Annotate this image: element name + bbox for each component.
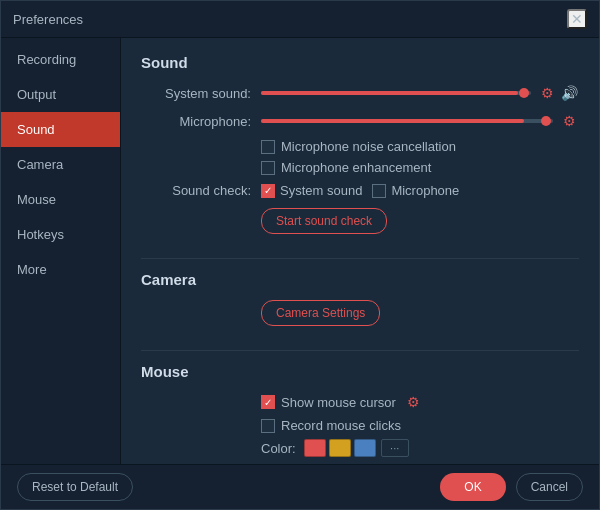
sound-check-row: Sound check: System sound Microphone bbox=[141, 183, 579, 198]
system-sound-track bbox=[261, 91, 531, 95]
record-clicks-row: Record mouse clicks bbox=[261, 418, 579, 433]
system-sound-fill bbox=[261, 91, 518, 95]
show-cursor-row: Show mouse cursor ⚙ bbox=[261, 392, 579, 412]
microphone-row: Microphone: ⚙ bbox=[141, 111, 579, 131]
footer-right: OK Cancel bbox=[440, 473, 583, 501]
microphone-check-label: Microphone bbox=[391, 183, 459, 198]
noise-cancellation-label[interactable]: Microphone noise cancellation bbox=[261, 139, 456, 154]
sidebar: Recording Output Sound Camera Mouse Hotk… bbox=[1, 38, 121, 464]
system-sound-row: System sound: ⚙ 🔊 bbox=[141, 83, 579, 103]
microphone-fill bbox=[261, 119, 524, 123]
enhancement-row: Microphone enhancement bbox=[261, 160, 579, 175]
color-swatch-blue-1[interactable] bbox=[354, 439, 376, 457]
system-sound-check-label: System sound bbox=[280, 183, 362, 198]
show-cursor-checkbox[interactable] bbox=[261, 395, 275, 409]
sidebar-item-hotkeys[interactable]: Hotkeys bbox=[1, 217, 120, 252]
color-row-1: Color: ··· bbox=[261, 439, 579, 457]
system-sound-gear-icon[interactable]: ⚙ bbox=[537, 83, 557, 103]
camera-settings-button[interactable]: Camera Settings bbox=[261, 300, 380, 326]
microphone-track bbox=[261, 119, 553, 123]
system-sound-thumb[interactable] bbox=[519, 88, 529, 98]
cancel-button[interactable]: Cancel bbox=[516, 473, 583, 501]
system-sound-check-checkbox[interactable] bbox=[261, 184, 275, 198]
color-label-1: Color: bbox=[261, 441, 296, 456]
sound-section-title: Sound bbox=[141, 54, 579, 71]
close-button[interactable]: ✕ bbox=[567, 9, 587, 29]
sound-check-options: System sound Microphone bbox=[261, 183, 459, 198]
start-sound-check-button[interactable]: Start sound check bbox=[261, 208, 387, 234]
speaker-icon: 🔊 bbox=[559, 83, 579, 103]
sidebar-item-output[interactable]: Output bbox=[1, 77, 120, 112]
noise-cancellation-row: Microphone noise cancellation bbox=[261, 139, 579, 154]
color-more-1[interactable]: ··· bbox=[381, 439, 409, 457]
noise-cancellation-checkbox[interactable] bbox=[261, 140, 275, 154]
show-cursor-label[interactable]: Show mouse cursor bbox=[261, 395, 396, 410]
main-content: Sound System sound: ⚙ 🔊 Microphone: bbox=[121, 38, 599, 464]
camera-section-title: Camera bbox=[141, 271, 579, 288]
enhancement-label[interactable]: Microphone enhancement bbox=[261, 160, 431, 175]
system-sound-label: System sound: bbox=[141, 86, 251, 101]
enhancement-checkbox[interactable] bbox=[261, 161, 275, 175]
system-sound-check-option[interactable]: System sound bbox=[261, 183, 362, 198]
camera-mouse-divider bbox=[141, 350, 579, 351]
microphone-label: Microphone: bbox=[141, 114, 251, 129]
record-clicks-checkbox[interactable] bbox=[261, 419, 275, 433]
sound-check-label: Sound check: bbox=[141, 183, 251, 198]
ok-button[interactable]: OK bbox=[440, 473, 505, 501]
color-swatch-yellow-1[interactable] bbox=[329, 439, 351, 457]
sidebar-item-camera[interactable]: Camera bbox=[1, 147, 120, 182]
dialog-content: Recording Output Sound Camera Mouse Hotk… bbox=[1, 38, 599, 464]
sidebar-item-sound[interactable]: Sound bbox=[1, 112, 120, 147]
microphone-thumb[interactable] bbox=[541, 116, 551, 126]
dialog-title: Preferences bbox=[13, 12, 83, 27]
microphone-gear-icon[interactable]: ⚙ bbox=[559, 111, 579, 131]
footer: Reset to Default OK Cancel bbox=[1, 464, 599, 509]
sidebar-item-more[interactable]: More bbox=[1, 252, 120, 287]
cursor-gear-icon[interactable]: ⚙ bbox=[404, 392, 424, 412]
sidebar-item-recording[interactable]: Recording bbox=[1, 42, 120, 77]
preferences-dialog: Preferences ✕ Recording Output Sound Cam… bbox=[0, 0, 600, 510]
microphone-slider-container bbox=[261, 119, 553, 123]
sidebar-item-mouse[interactable]: Mouse bbox=[1, 182, 120, 217]
title-bar: Preferences ✕ bbox=[1, 1, 599, 38]
microphone-check-option[interactable]: Microphone bbox=[372, 183, 459, 198]
reset-button[interactable]: Reset to Default bbox=[17, 473, 133, 501]
record-clicks-label[interactable]: Record mouse clicks bbox=[261, 418, 401, 433]
mouse-section-title: Mouse bbox=[141, 363, 579, 380]
color-swatch-red-1[interactable] bbox=[304, 439, 326, 457]
system-sound-slider-container bbox=[261, 91, 531, 95]
microphone-check-checkbox[interactable] bbox=[372, 184, 386, 198]
sound-camera-divider bbox=[141, 258, 579, 259]
